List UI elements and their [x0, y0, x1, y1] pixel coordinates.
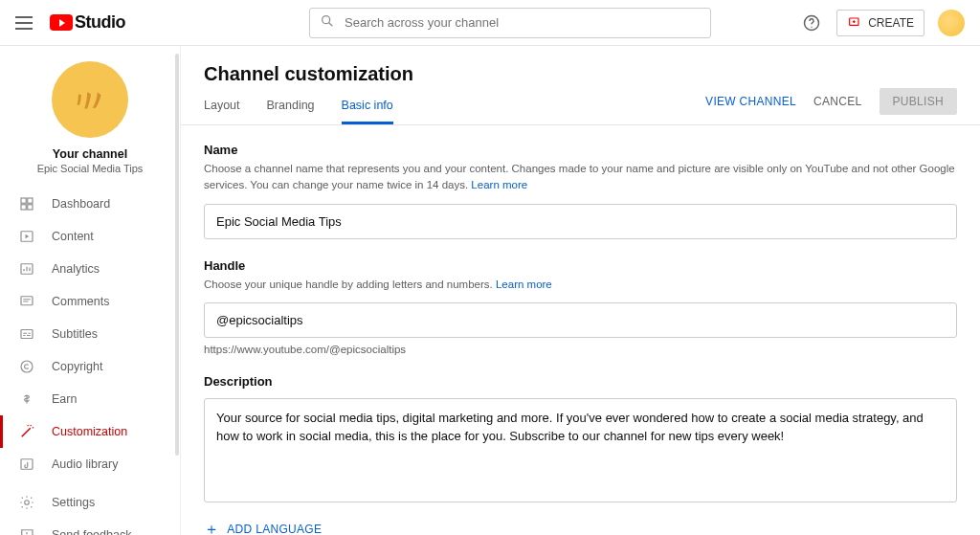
gear-icon	[17, 493, 36, 512]
sidebar-item-audio-library[interactable]: Audio library	[0, 448, 180, 480]
logo-text: Studio	[75, 12, 125, 33]
play-box-icon	[17, 227, 36, 246]
main-content: Channel customization Layout Branding Ba…	[180, 46, 980, 535]
svg-point-3	[812, 26, 813, 27]
svg-point-0	[323, 16, 330, 24]
create-plus-icon	[847, 14, 862, 32]
description-textarea[interactable]	[216, 409, 945, 489]
sidebar-item-dashboard[interactable]: Dashboard	[0, 188, 180, 220]
section-description-title: Description	[204, 374, 957, 389]
channel-label: Your channel	[53, 147, 127, 161]
section-name: Name Choose a channel name that represen…	[204, 143, 957, 239]
svg-rect-11	[21, 297, 33, 305]
page-title: Channel customization	[204, 63, 413, 85]
account-avatar[interactable]	[938, 10, 965, 36]
tab-basic-info[interactable]: Basic info	[342, 99, 393, 124]
plus-icon: ＋	[204, 522, 219, 535]
tab-branding[interactable]: Branding	[267, 99, 315, 124]
search-bar[interactable]	[309, 8, 711, 38]
sidebar-item-comments[interactable]: Comments	[0, 285, 180, 318]
section-handle: Handle Choose your unique handle by addi…	[204, 258, 957, 355]
sidebar-item-label: Content	[52, 230, 94, 243]
channel-block: Your channel Epic Social Media Tips	[0, 54, 180, 188]
create-label: CREATE	[868, 16, 914, 30]
svg-rect-7	[21, 205, 26, 210]
learn-more-link[interactable]: Learn more	[496, 279, 552, 290]
sidebar-item-label: Send feedback	[52, 528, 131, 535]
sidebar-item-earn[interactable]: Earn	[0, 383, 180, 415]
wand-icon	[17, 422, 36, 441]
add-language-label: ADD LANGUAGE	[227, 523, 322, 535]
sidebar-nav: Dashboard Content Analytics Comments Sub…	[0, 188, 180, 480]
feedback-icon	[17, 525, 36, 535]
svg-point-15	[25, 501, 30, 505]
section-description: Description	[204, 374, 957, 502]
svg-rect-5	[21, 198, 26, 203]
subtitles-icon	[17, 324, 36, 344]
svg-rect-12	[21, 330, 33, 339]
svg-rect-8	[28, 205, 33, 210]
handle-field-wrap[interactable]	[204, 302, 957, 338]
handle-url: https://www.youtube.com/@epicsocialtips	[204, 344, 957, 355]
search-input[interactable]	[343, 14, 701, 31]
publish-button: PUBLISH	[880, 88, 957, 115]
copyright-icon	[17, 357, 36, 376]
tab-layout[interactable]: Layout	[204, 99, 240, 124]
dashboard-icon	[17, 194, 36, 213]
view-channel-link[interactable]: VIEW CHANNEL	[705, 95, 796, 108]
svg-line-1	[329, 23, 333, 27]
section-handle-desc: Choose your unique handle by adding lett…	[204, 277, 957, 293]
main-header: Channel customization Layout Branding Ba…	[181, 63, 980, 125]
sidebar-item-copyright[interactable]: Copyright	[0, 350, 180, 383]
sidebar-item-label: Audio library	[52, 457, 118, 471]
svg-point-13	[21, 361, 33, 372]
sidebar-item-label: Dashboard	[52, 197, 110, 211]
sidebar-item-customization[interactable]: Customization	[0, 415, 180, 448]
sidebar-item-subtitles[interactable]: Subtitles	[0, 318, 180, 350]
section-name-title: Name	[204, 143, 957, 157]
sidebar-item-content[interactable]: Content	[0, 220, 180, 253]
sidebar-item-settings[interactable]: Settings	[0, 486, 180, 519]
search-icon	[320, 13, 335, 32]
help-icon[interactable]	[800, 11, 823, 34]
youtube-play-icon	[50, 14, 73, 31]
learn-more-link[interactable]: Learn more	[471, 179, 527, 190]
sidebar-item-label: Analytics	[52, 262, 100, 276]
sidebar: Your channel Epic Social Media Tips Dash…	[0, 46, 180, 535]
earn-icon	[17, 390, 36, 409]
comments-icon	[17, 292, 36, 311]
studio-logo[interactable]: Studio	[50, 12, 125, 33]
sidebar-item-label: Copyright	[52, 360, 103, 373]
channel-name: Epic Social Media Tips	[37, 163, 144, 174]
description-field-wrap[interactable]	[204, 398, 957, 502]
section-handle-desc-text: Choose your unique handle by adding lett…	[204, 279, 496, 290]
sidebar-item-label: Customization	[52, 425, 127, 438]
section-handle-title: Handle	[204, 258, 957, 273]
sidebar-item-feedback[interactable]: Send feedback	[0, 519, 180, 535]
name-input[interactable]	[216, 214, 945, 229]
app-header: Studio CREATE	[0, 0, 980, 46]
create-button[interactable]: CREATE	[836, 10, 924, 36]
cancel-button[interactable]: CANCEL	[813, 95, 861, 108]
analytics-icon	[17, 259, 36, 279]
channel-avatar[interactable]	[52, 61, 128, 138]
sidebar-item-label: Earn	[52, 392, 77, 406]
sidebar-item-analytics[interactable]: Analytics	[0, 253, 180, 285]
sidebar-item-label: Subtitles	[52, 327, 98, 341]
svg-rect-6	[28, 198, 33, 203]
sidebar-item-label: Comments	[52, 295, 109, 308]
add-language-button[interactable]: ＋ ADD LANGUAGE	[204, 522, 957, 535]
handle-input[interactable]	[216, 313, 945, 327]
audio-icon	[17, 455, 36, 474]
name-field-wrap[interactable]	[204, 204, 957, 239]
sidebar-item-label: Settings	[52, 496, 95, 509]
tabs: Layout Branding Basic info	[204, 99, 413, 124]
section-name-desc-text: Choose a channel name that represents yo…	[204, 163, 955, 190]
sidebar-footer: Settings Send feedback	[0, 486, 180, 535]
section-name-desc: Choose a channel name that represents yo…	[204, 161, 957, 194]
hamburger-menu-icon[interactable]	[15, 11, 38, 34]
